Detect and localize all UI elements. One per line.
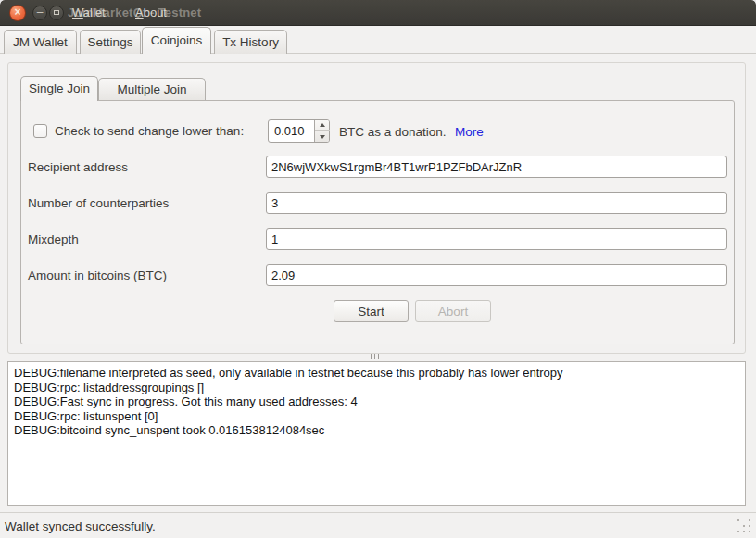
donation-amount-spinbox <box>268 119 330 143</box>
log-line: DEBUG:Fast sync in progress. Got this ma… <box>14 394 739 409</box>
main-tabbar: JM Wallet Settings Coinjoins Tx History <box>0 26 756 54</box>
splitter-handle[interactable] <box>369 354 384 360</box>
donation-checkbox[interactable] <box>33 124 47 138</box>
log-line: DEBUG:rpc: listaddressgroupings [] <box>14 381 739 395</box>
counterparties-input[interactable] <box>266 192 727 214</box>
tab-tx-history[interactable]: Tx History <box>214 30 287 54</box>
resize-grip-dots <box>737 519 739 521</box>
close-icon[interactable]: × <box>9 5 26 21</box>
maximize-square-glyph <box>54 10 59 15</box>
donation-suffix-text: BTC as a donation. <box>339 125 447 139</box>
start-button[interactable]: Start <box>334 300 409 322</box>
mixdepth-label: Mixdepth <box>28 232 79 246</box>
tab-coinjoins[interactable]: Coinjoins <box>142 27 211 54</box>
tab-multiple-join[interactable]: Multiple Join <box>98 78 206 101</box>
maximize-icon[interactable] <box>49 6 64 20</box>
spin-up-icon[interactable] <box>315 120 330 131</box>
donation-amount-input[interactable] <box>269 120 314 142</box>
tab-single-join[interactable]: Single Join <box>20 76 98 101</box>
tab-jm-wallet[interactable]: JM Wallet <box>4 30 77 54</box>
amount-btc-input[interactable] <box>266 264 727 286</box>
donation-checkbox-label: Check to send change lower than: <box>55 124 244 138</box>
menubar-item-wallet[interactable]: Wallet <box>72 0 106 26</box>
counterparties-label: Number of counterparties <box>28 196 169 210</box>
log-line: DEBUG:bitcoind sync_unspent took 0.01615… <box>14 423 739 438</box>
titlebar: × – JoinMarketQt - Testnet Wallet About <box>0 0 756 26</box>
tab-settings[interactable]: Settings <box>80 30 141 54</box>
spin-down-icon[interactable] <box>315 131 330 142</box>
log-line: DEBUG:filename interpreted as seed, only… <box>14 366 739 381</box>
resize-grip[interactable] <box>737 519 752 534</box>
joinmarket-window: × – JoinMarketQt - Testnet Wallet About … <box>0 0 756 538</box>
log-line: DEBUG:rpc: listunspent [0] <box>14 409 739 424</box>
status-bar: Wallet synced successfully. <box>0 512 756 538</box>
menubar-item-about[interactable]: About <box>135 0 167 26</box>
recipient-address-input[interactable] <box>266 156 727 178</box>
donation-more-link[interactable]: More <box>455 125 484 139</box>
status-message: Wallet synced successfully. <box>5 519 156 533</box>
amount-btc-label: Amount in bitcoins (BTC) <box>28 269 167 282</box>
recipient-address-label: Recipient address <box>28 160 128 174</box>
mixdepth-input[interactable] <box>266 228 727 250</box>
debug-log-area[interactable]: DEBUG:filename interpreted as seed, only… <box>7 361 746 506</box>
minimize-icon[interactable]: – <box>32 6 47 20</box>
abort-button[interactable]: Abort <box>415 300 491 322</box>
spinbox-steppers <box>314 120 329 142</box>
